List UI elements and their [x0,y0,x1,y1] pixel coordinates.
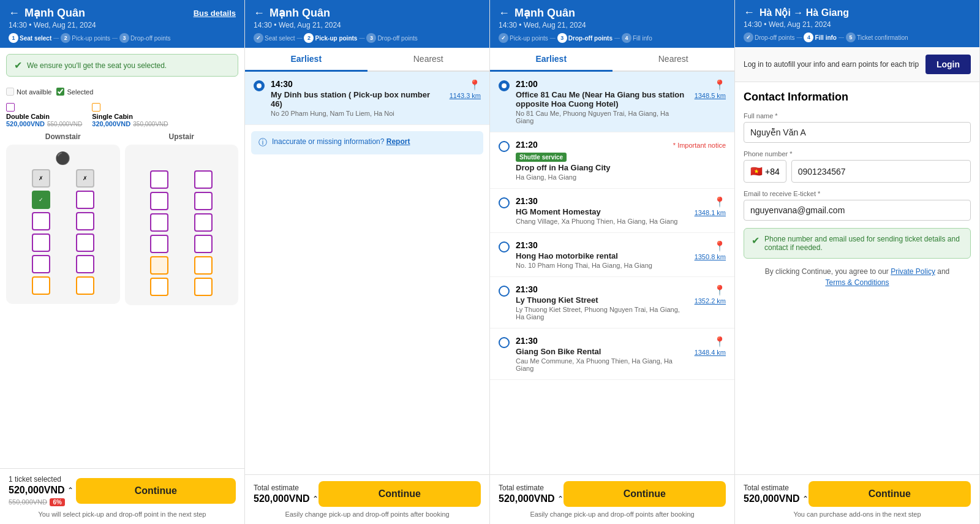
seat[interactable] [194,170,213,189]
seat[interactable] [32,276,50,295]
panel2-subtitle: 14:30 • Wed, Aug 21, 2024 [254,21,481,29]
radio-empty-icon [499,141,510,152]
private-policy-link[interactable]: Private Policy [891,267,935,276]
panel4-continue-button[interactable]: Continue [809,481,971,507]
seat[interactable] [150,170,168,189]
pickup-item[interactable]: 14:30 My Dinh bus station ( Pick-up box … [245,72,489,125]
chevron-up-icon[interactable]: ⌃ [67,486,74,495]
step-fillinfo-active: 4 Fill info [804,32,837,42]
bus-details-link[interactable]: Bus details [194,9,236,18]
seat-selected[interactable]: ✓ [32,191,50,209]
tab-nearest[interactable]: Nearest [368,48,490,72]
panel2-steps: ✓ Seat select — 2 Pick-up points — 3 Dro… [254,33,481,43]
dropoff-item[interactable]: 21:20 Important notice Shuttle service D… [490,132,734,189]
chevron-up-icon[interactable]: ⌃ [557,495,564,503]
seat-deck: Downstair ⚫ ✗ ✗ ✓ [0,132,244,311]
discount-badge: 6% [50,498,64,506]
panel4-steps: ✓ Drop-off points — 4 Fill info — 5 Tick… [744,32,971,42]
panel1-continue-button[interactable]: Continue [76,478,236,504]
panel2-continue-button[interactable]: Continue [318,481,481,507]
panel3-continue-button[interactable]: Continue [564,481,726,507]
single-cabin: Single Cabin 320,000VND 350,000VND [92,103,168,127]
seat[interactable] [194,192,213,210]
seat[interactable] [150,213,168,232]
pickup-distance[interactable]: 1143.3 km [450,92,481,99]
dropoff-time: 21:30 [516,284,688,294]
dropoff-distance[interactable]: 1350.8 km [695,253,726,260]
dropoff-time: 21:00 [516,79,688,89]
login-button[interactable]: Login [925,55,971,74]
back-arrow-icon[interactable]: ← [9,7,20,20]
step-pickup: 2 Pick-up points [61,33,110,43]
panel2-footer-note: Easily change pick-up and drop-off point… [254,511,481,518]
seat[interactable] [150,256,168,275]
panel-seat-select: ← Mạnh Quân Bus details 14:30 • Wed, Aug… [0,0,245,524]
dropoff-name: Giang Son Bike Rental [516,347,688,356]
tab-earliest-dropoff[interactable]: Earliest [490,48,612,72]
seat[interactable] [76,276,94,295]
dropoff-distance[interactable]: 1352.2 km [695,297,726,305]
dropoff-item[interactable]: 21:00 Office 81 Cau Me (Near Ha Giang bu… [490,72,734,132]
dropoff-item[interactable]: 21:30 Giang Son Bike Rental Cau Me Commu… [490,328,734,380]
location-pin-icon: 📍 [714,284,726,296]
tab-earliest[interactable]: Earliest [245,48,368,72]
dropoff-item[interactable]: 21:30 HG Moment Homestay Chang Village, … [490,189,734,233]
step-seat: ✓ Seat select [254,33,295,43]
seat[interactable] [150,235,168,253]
seat[interactable] [76,191,94,209]
seat[interactable] [194,213,213,232]
upstairs-deck: Upstair [125,132,239,305]
seat[interactable] [76,234,94,252]
dropoff-distance[interactable]: 1348.5 km [695,92,726,99]
panel1-header: ← Mạnh Quân Bus details 14:30 • Wed, Aug… [0,0,244,48]
dropoff-item[interactable]: 21:30 Hong Hao motorbike rental No. 10 P… [490,233,734,277]
dropoff-name: Drop off in Ha Giang City [516,163,726,172]
seat[interactable]: ✗ [32,169,50,188]
important-notice-link[interactable]: Important notice [673,142,726,149]
phone-prefix-value: +84 [765,167,780,177]
panel3-title: Mạnh Quân [514,6,575,20]
report-link[interactable]: Report [386,137,410,146]
seat[interactable] [150,192,168,210]
phone-prefix-selector[interactable]: 🇻🇳 +84 [744,160,786,183]
contact-title: Contact Information [744,91,971,104]
back-arrow-icon[interactable]: ← [254,7,265,20]
seat[interactable] [76,212,94,230]
seat[interactable] [150,278,168,296]
seat[interactable] [194,235,213,253]
dropoff-distance[interactable]: 1348.1 km [695,209,726,216]
seat[interactable] [32,255,50,273]
dropoff-item[interactable]: 21:30 Ly Thuong Kiet Street Ly Thuong Ki… [490,277,734,328]
back-arrow-icon[interactable]: ← [744,6,755,19]
phone-input[interactable] [791,160,971,183]
seat[interactable]: ✗ [76,169,94,188]
dropoff-address: Ly Thuong Kiet Street, Phuong Nguyen Tra… [516,306,688,321]
seat[interactable] [32,212,50,230]
seat[interactable] [194,278,213,296]
email-input[interactable] [744,200,971,221]
contact-section: Contact Information Full name * Phone nu… [735,82,979,297]
terms-conditions-link[interactable]: Terms & Conditions [825,278,889,287]
not-available-checkbox[interactable] [6,88,14,96]
selected-checkbox[interactable] [56,88,64,96]
seat[interactable] [32,234,50,252]
chevron-up-icon[interactable]: ⌃ [802,495,809,503]
chevron-up-icon[interactable]: ⌃ [312,495,318,503]
dropoff-distance[interactable]: 1348.4 km [695,349,726,356]
back-arrow-icon[interactable]: ← [499,7,510,20]
total-label: Total estimate [254,484,318,492]
total-label: Total estimate [499,484,564,492]
email-field: Email to receive E-ticket * [744,190,971,221]
seat[interactable] [76,255,94,273]
vn-flag-icon: 🇻🇳 [750,165,763,177]
tab-nearest-dropoff[interactable]: Nearest [612,48,735,72]
dropoff-address: Ha Giang, Ha Giang [516,173,726,181]
seat[interactable] [194,256,213,275]
tabs-pickup: Earliest Nearest [245,48,489,72]
dropoff-address: No 81 Cau Me, Phuong Nguyen Trai, Ha Gia… [516,110,688,124]
location-pin-icon: 📍 [714,196,726,208]
step-confirm: 5 Ticket confirmation [846,32,908,42]
location-pin-icon: 📍 [714,79,726,91]
fullname-input[interactable] [744,122,971,143]
ticket-count: 1 ticket selected [9,475,76,484]
